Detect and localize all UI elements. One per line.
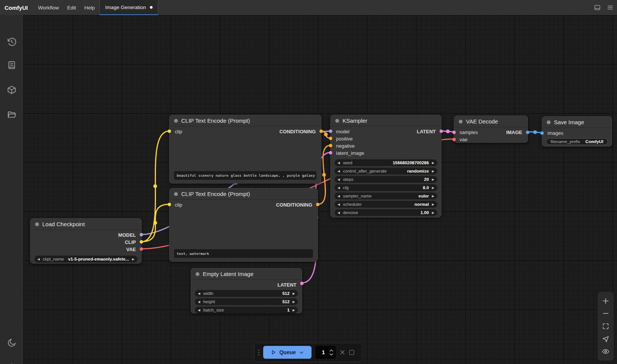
menu-workflow[interactable]: Workflow [34, 5, 63, 11]
menu-help[interactable]: Help [80, 5, 99, 11]
sampler-name-widget[interactable]: ◀ sampler_name euler ▶ [335, 193, 437, 199]
prev-arrow-icon[interactable]: ◀ [198, 308, 200, 312]
node-title-bar[interactable]: CLIP Text Encode (Prompt) [170, 115, 321, 126]
port-vae-input[interactable] [452, 138, 456, 141]
batch-count-value: 1 [318, 349, 329, 355]
node-clip-text-encode-negative[interactable]: CLIP Text Encode (Prompt) clip CONDITION… [169, 188, 318, 262]
node-title-bar[interactable]: Save Image [542, 117, 612, 128]
port-model-output[interactable] [140, 233, 143, 236]
port-conditioning-output[interactable] [316, 203, 319, 206]
zoom-in-icon[interactable] [602, 297, 609, 305]
queue-button[interactable]: Queue [263, 346, 312, 359]
next-arrow-icon[interactable]: ▶ [293, 292, 295, 295]
fit-view-icon[interactable] [602, 322, 609, 330]
node-title-bar[interactable]: Load Checkpoint [31, 219, 141, 230]
port-latent-output[interactable] [440, 130, 443, 133]
theme-moon-icon[interactable] [7, 338, 17, 348]
node-title-bar[interactable]: CLIP Text Encode (Prompt) [170, 188, 318, 200]
ckpt-name-widget[interactable]: ◀ ckpt_name v1-5-pruned-emaonly.safete..… [34, 256, 137, 262]
batch-count-stepper[interactable]: 1 [315, 346, 336, 359]
node-library-icon[interactable] [7, 85, 17, 95]
port-image-output[interactable] [526, 131, 529, 134]
cfg-widget[interactable]: ◀ cfg 8.0 ▶ [335, 184, 437, 191]
port-conditioning-output[interactable] [319, 130, 323, 133]
widget-value: normal [415, 202, 429, 207]
next-arrow-icon[interactable]: ▶ [432, 186, 434, 190]
node-empty-latent-image[interactable]: Empty Latent Image LATENT ◀ width 512 ▶ … [191, 268, 302, 313]
port-vae-output[interactable] [140, 247, 143, 251]
prev-arrow-icon[interactable]: ◀ [37, 258, 40, 261]
node-ksampler[interactable]: KSampler model LATENT positive negative … [330, 115, 441, 217]
node-clip-text-encode-positive[interactable]: CLIP Text Encode (Prompt) clip CONDITION… [169, 115, 321, 184]
steps-widget[interactable]: ◀ steps 20 ▶ [335, 176, 437, 183]
control-after-generate-widget[interactable]: ◀ control_after_generate randomize ▶ [335, 168, 437, 174]
prev-arrow-icon[interactable]: ◀ [338, 211, 340, 214]
queue-log-icon[interactable] [7, 60, 17, 70]
prompt-textarea[interactable]: beautiful scenery nature glass bottle la… [174, 171, 316, 180]
node-graph-canvas[interactable] [23, 15, 617, 364]
port-clip-input[interactable] [168, 130, 171, 133]
denoise-widget[interactable]: ◀ denoise 1.00 ▶ [335, 209, 437, 216]
node-vae-decode[interactable]: VAE Decode samples IMAGE vae [454, 116, 528, 143]
settings-gear-icon[interactable] [7, 362, 17, 364]
prev-arrow-icon[interactable]: ◀ [338, 186, 340, 190]
port-samples-input[interactable] [452, 131, 456, 134]
prompt-textarea[interactable]: text, watermark [174, 249, 313, 258]
next-arrow-icon[interactable]: ▶ [432, 203, 434, 206]
next-arrow-icon[interactable]: ▶ [293, 300, 295, 304]
node-title-bar[interactable]: KSampler [331, 115, 441, 126]
tab-image-generation[interactable]: Image Generation [99, 0, 158, 15]
next-arrow-icon[interactable]: ▶ [432, 194, 434, 198]
node-title-bar[interactable]: Empty Latent Image [191, 268, 302, 280]
panel-bottom-icon[interactable] [594, 4, 601, 11]
input-label-clip: clip [175, 129, 182, 134]
prev-arrow-icon[interactable]: ◀ [338, 194, 340, 198]
port-clip-output[interactable] [140, 240, 143, 244]
next-arrow-icon[interactable]: ▶ [293, 308, 295, 312]
zoom-out-icon[interactable] [602, 310, 609, 317]
node-title-bar[interactable]: VAE Decode [454, 116, 528, 127]
next-arrow-icon[interactable]: ▶ [432, 170, 434, 173]
widget-value: 512 [282, 291, 290, 296]
drag-handle-icon[interactable] [258, 350, 259, 355]
port-latent-image-input[interactable] [329, 151, 332, 154]
node-save-image[interactable]: Save Image images filename_prefix ComfyU… [542, 116, 612, 147]
seed-widget[interactable]: ◀ seed 156680208700286 ▶ [335, 159, 437, 166]
prev-arrow-icon[interactable]: ◀ [338, 203, 340, 206]
scheduler-widget[interactable]: ◀ scheduler normal ▶ [335, 201, 437, 208]
clear-queue-icon[interactable] [339, 349, 346, 355]
widget-value: ComfyUI [585, 139, 603, 144]
step-up-icon[interactable] [329, 349, 333, 352]
batch-size-widget[interactable]: ◀ batch_size 1 ▶ [195, 307, 298, 313]
height-widget[interactable]: ◀ height 512 ▶ [195, 298, 298, 305]
select-mode-icon[interactable] [602, 335, 609, 343]
prev-arrow-icon[interactable]: ◀ [198, 292, 200, 295]
filename-prefix-widget[interactable]: filename_prefix ComfyUI [546, 138, 608, 145]
port-clip-input[interactable] [168, 203, 171, 206]
hamburger-menu-icon[interactable] [606, 4, 614, 11]
width-widget[interactable]: ◀ width 512 ▶ [195, 290, 298, 297]
output-label-vae: VAE [126, 247, 136, 252]
prev-arrow-icon[interactable]: ◀ [198, 300, 200, 304]
chevron-down-icon[interactable] [299, 350, 304, 355]
toggle-link-visibility-eye-icon[interactable] [602, 348, 609, 355]
prev-arrow-icon[interactable]: ◀ [338, 161, 340, 165]
prev-arrow-icon[interactable]: ◀ [338, 170, 340, 173]
workflows-folder-icon[interactable] [7, 110, 17, 119]
next-arrow-icon[interactable]: ▶ [432, 161, 434, 165]
next-arrow-icon[interactable]: ▶ [132, 258, 134, 261]
next-arrow-icon[interactable]: ▶ [432, 178, 434, 181]
node-load-checkpoint[interactable]: Load Checkpoint MODEL CLIP VAE ◀ ckpt_na… [30, 218, 142, 264]
port-model-input[interactable] [329, 130, 332, 133]
port-latent-output[interactable] [300, 282, 304, 285]
next-arrow-icon[interactable]: ▶ [432, 211, 434, 214]
history-icon[interactable] [7, 37, 17, 47]
stop-icon[interactable] [349, 350, 354, 355]
step-down-icon[interactable] [329, 353, 333, 356]
port-negative-input[interactable] [329, 144, 332, 147]
port-images-input[interactable] [540, 131, 544, 135]
input-label-latent-image: latent_image [336, 150, 364, 156]
menu-edit[interactable]: Edit [63, 5, 80, 11]
port-positive-input[interactable] [329, 137, 332, 140]
prev-arrow-icon[interactable]: ◀ [338, 178, 340, 181]
